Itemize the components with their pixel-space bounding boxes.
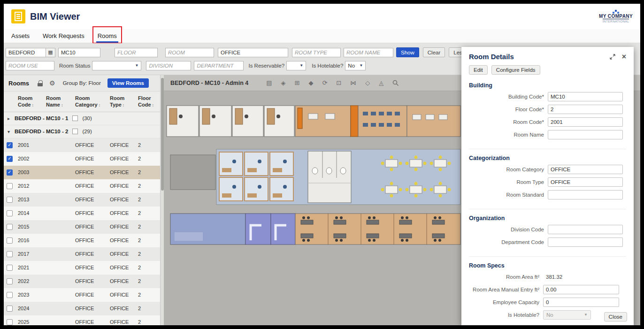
cell-room-code: 2016 bbox=[18, 237, 46, 243]
sheet-icon[interactable]: ▤ bbox=[266, 80, 272, 86]
row-checkbox[interactable]: ✓ bbox=[7, 169, 13, 176]
table-row[interactable]: ✓ 2015 OFFICE OFFICE 2 bbox=[4, 220, 160, 234]
row-checkbox[interactable]: ✓ bbox=[7, 183, 13, 189]
room-filter-input[interactable] bbox=[165, 48, 214, 57]
group-checkbox[interactable] bbox=[72, 129, 78, 134]
cell-room-category: OFFICE bbox=[75, 156, 110, 161]
room-name-filter-input[interactable] bbox=[344, 48, 393, 57]
column-header-room-name[interactable]: Room Name↕ bbox=[46, 95, 75, 108]
tag-icon[interactable]: ◆ bbox=[308, 80, 313, 86]
group-checkbox[interactable] bbox=[72, 115, 78, 121]
manual-entry-input[interactable] bbox=[543, 285, 619, 294]
group-row-floor-2[interactable]: ▾ BEDFORD - MC10 - 2 (29) bbox=[4, 125, 160, 138]
column-header-room-category[interactable]: Room Category↕ bbox=[75, 95, 110, 108]
row-checkbox[interactable]: ✓ bbox=[7, 224, 13, 230]
is-hotelable-select[interactable]: No ▼ bbox=[345, 61, 366, 70]
field-input[interactable] bbox=[548, 130, 623, 139]
table-row[interactable]: ✓ 2024 OFFICE OFFICE 2 bbox=[4, 302, 160, 315]
layers-icon[interactable]: ◈ bbox=[281, 80, 286, 86]
tab-work-requests[interactable]: Work Requests bbox=[43, 29, 84, 43]
table-row[interactable]: ✓ 2001 OFFICE OFFICE 2 bbox=[4, 138, 160, 152]
building-filter-input[interactable] bbox=[6, 48, 46, 57]
column-header-room-code[interactable]: Room Code↕ bbox=[18, 95, 46, 108]
table-row[interactable]: ✓ 2016 OFFICE OFFICE 2 bbox=[4, 234, 160, 247]
department-filter-input[interactable] bbox=[194, 61, 244, 70]
tab-rooms[interactable]: Rooms bbox=[98, 29, 117, 43]
overlay-icon[interactable]: ◬ bbox=[379, 80, 383, 86]
sort-icon: ↕ bbox=[61, 103, 63, 107]
table-row[interactable]: ✓ 2022 OFFICE OFFICE 2 bbox=[4, 275, 160, 288]
room-status-label: Room Status bbox=[59, 63, 90, 69]
configure-fields-button[interactable]: Configure Fields bbox=[491, 65, 540, 75]
cell-room-type: OFFICE bbox=[110, 156, 138, 161]
edit-button[interactable]: Edit bbox=[469, 65, 488, 75]
chevron-down-icon[interactable]: ▾ bbox=[8, 129, 15, 134]
row-checkbox[interactable]: ✓ bbox=[7, 278, 13, 284]
cell-room-category: OFFICE bbox=[75, 142, 110, 148]
clear-button[interactable]: Clear bbox=[423, 47, 445, 57]
group-by-label: Group By: Floor bbox=[63, 80, 101, 86]
table-row[interactable]: ✓ 2012 OFFICE OFFICE 2 bbox=[4, 179, 160, 193]
room-type-filter-input[interactable] bbox=[292, 48, 341, 57]
expand-icon[interactable] bbox=[610, 54, 615, 60]
row-checkbox[interactable]: ✓ bbox=[7, 319, 13, 325]
gear-icon[interactable]: ⚙ bbox=[49, 80, 55, 86]
site-filter-input[interactable] bbox=[58, 48, 100, 57]
cell-room-type: OFFICE bbox=[110, 224, 138, 230]
division-filter-input[interactable] bbox=[146, 61, 191, 70]
field-input[interactable] bbox=[548, 165, 623, 174]
row-checkbox[interactable]: ✓ bbox=[7, 237, 13, 244]
table-row[interactable]: ✓ 2023 OFFICE OFFICE 2 bbox=[4, 288, 160, 302]
is-reservable-select[interactable]: ▼ bbox=[286, 61, 306, 70]
rooms-list-scrollbar[interactable] bbox=[160, 75, 164, 325]
row-checkbox[interactable]: ✓ bbox=[7, 292, 13, 298]
tab-assets[interactable]: Assets bbox=[11, 29, 30, 43]
employee-capacity-input[interactable] bbox=[543, 298, 619, 307]
room-category-filter-input[interactable] bbox=[218, 48, 288, 57]
table-row[interactable]: ✓ 2002 OFFICE OFFICE 2 bbox=[4, 152, 160, 166]
field-input[interactable] bbox=[548, 177, 623, 187]
close-icon[interactable]: × bbox=[622, 53, 626, 61]
grid-icon[interactable]: ⊞ bbox=[295, 80, 300, 86]
field-input[interactable] bbox=[548, 92, 623, 101]
table-row[interactable]: ✓ 2025 OFFICE OFFICE 2 bbox=[4, 315, 160, 325]
field-input[interactable] bbox=[548, 117, 623, 127]
chevron-right-icon[interactable]: ▸ bbox=[8, 116, 15, 121]
field-input[interactable] bbox=[548, 225, 623, 234]
measure-icon[interactable]: ◇ bbox=[365, 80, 370, 86]
cell-room-category: OFFICE bbox=[75, 183, 110, 189]
lock-icon[interactable] bbox=[38, 80, 43, 86]
building-picker-button[interactable]: ▦ bbox=[46, 48, 55, 57]
field-input[interactable] bbox=[548, 105, 623, 114]
field-input[interactable] bbox=[548, 190, 623, 199]
table-row[interactable]: ✓ 2014 OFFICE OFFICE 2 bbox=[4, 207, 160, 220]
cell-room-code: 2023 bbox=[18, 292, 46, 298]
row-checkbox[interactable]: ✓ bbox=[7, 251, 13, 257]
row-checkbox[interactable]: ✓ bbox=[7, 156, 13, 162]
cell-room-type: OFFICE bbox=[110, 210, 138, 216]
share-icon[interactable]: ⋈ bbox=[350, 80, 356, 86]
group-row-floor-1[interactable]: ▸ BEDFORD - MC10 - 1 (30) bbox=[4, 112, 160, 125]
row-checkbox[interactable]: ✓ bbox=[7, 210, 13, 216]
row-checkbox[interactable]: ✓ bbox=[7, 306, 13, 312]
room-use-filter-input[interactable] bbox=[6, 61, 54, 70]
floor-filter-input[interactable] bbox=[115, 48, 158, 57]
close-button[interactable]: Close bbox=[604, 312, 627, 321]
room-status-select[interactable]: ▼ bbox=[92, 61, 141, 70]
row-checkbox[interactable]: ✓ bbox=[7, 265, 13, 271]
group-count: (30) bbox=[82, 115, 92, 121]
fit-view-icon[interactable]: ⊡ bbox=[336, 80, 341, 86]
table-row[interactable]: ✓ 2021 OFFICE OFFICE 2 bbox=[4, 261, 160, 275]
field-input[interactable] bbox=[548, 237, 623, 247]
search-icon[interactable] bbox=[392, 80, 399, 86]
column-header-room-type[interactable]: Room Type↕ bbox=[110, 95, 138, 108]
show-button[interactable]: Show bbox=[396, 47, 419, 57]
row-checkbox[interactable]: ✓ bbox=[7, 197, 13, 203]
table-row[interactable]: ✓ 2013 OFFICE OFFICE 2 bbox=[4, 193, 160, 207]
view-rooms-button[interactable]: View Rooms bbox=[107, 78, 149, 88]
row-checkbox[interactable]: ✓ bbox=[7, 142, 13, 148]
column-header-floor-code[interactable]: Floor Code↕ bbox=[138, 95, 157, 108]
table-row[interactable]: ✓ 2017 OFFICE OFFICE 2 bbox=[4, 247, 160, 261]
sync-icon[interactable]: ⟳ bbox=[322, 80, 327, 86]
table-row[interactable]: ✓ 2003 OFFICE OFFICE 2 bbox=[4, 166, 160, 179]
